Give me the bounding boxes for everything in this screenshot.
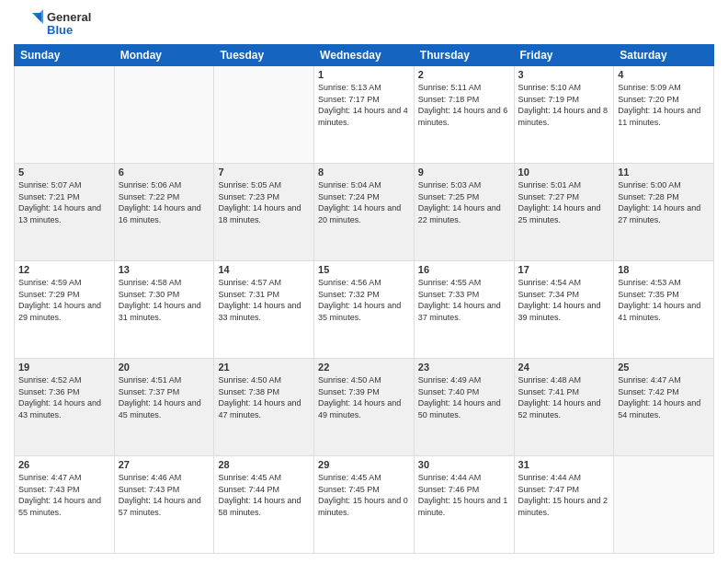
day-number: 19 [18,362,110,373]
day-header-monday: Monday [114,45,214,66]
day-number: 18 [618,264,710,275]
day-info: Sunrise: 5:01 AMSunset: 7:27 PMDaylight:… [518,179,610,225]
logo-general-text: General [47,11,91,24]
day-info: Sunrise: 4:45 AMSunset: 7:44 PMDaylight:… [218,472,310,518]
day-number: 12 [18,264,110,275]
logo-graphic [14,9,43,39]
day-cell: 14Sunrise: 4:57 AMSunset: 7:31 PMDayligh… [214,261,314,359]
day-number: 4 [618,69,710,80]
day-cell: 28Sunrise: 4:45 AMSunset: 7:44 PMDayligh… [214,456,314,554]
day-cell: 26Sunrise: 4:47 AMSunset: 7:43 PMDayligh… [15,456,115,554]
week-row-2: 5Sunrise: 5:07 AMSunset: 7:21 PMDaylight… [15,164,714,261]
day-header-friday: Friday [514,45,614,66]
day-cell [214,66,314,164]
day-info: Sunrise: 4:57 AMSunset: 7:31 PMDaylight:… [218,277,310,323]
week-row-3: 12Sunrise: 4:59 AMSunset: 7:29 PMDayligh… [15,261,714,359]
day-cell: 18Sunrise: 4:53 AMSunset: 7:35 PMDayligh… [614,261,714,359]
day-number: 23 [418,362,510,373]
day-info: Sunrise: 4:56 AMSunset: 7:32 PMDaylight:… [318,277,410,323]
day-number: 27 [119,459,210,470]
day-number: 20 [119,362,210,373]
day-number: 9 [418,167,510,178]
day-info: Sunrise: 4:55 AMSunset: 7:33 PMDaylight:… [418,277,510,323]
day-cell: 15Sunrise: 4:56 AMSunset: 7:32 PMDayligh… [314,261,415,359]
day-cell: 19Sunrise: 4:52 AMSunset: 7:36 PMDayligh… [15,359,115,456]
day-info: Sunrise: 5:09 AMSunset: 7:20 PMDaylight:… [618,82,710,128]
day-info: Sunrise: 4:44 AMSunset: 7:46 PMDaylight:… [418,472,510,518]
day-info: Sunrise: 4:44 AMSunset: 7:47 PMDaylight:… [518,472,610,518]
day-cell: 16Sunrise: 4:55 AMSunset: 7:33 PMDayligh… [414,261,514,359]
day-cell: 3Sunrise: 5:10 AMSunset: 7:19 PMDaylight… [514,66,614,164]
week-row-4: 19Sunrise: 4:52 AMSunset: 7:36 PMDayligh… [15,359,714,456]
calendar-table: SundayMondayTuesdayWednesdayThursdayFrid… [14,44,714,554]
day-cell: 31Sunrise: 4:44 AMSunset: 7:47 PMDayligh… [514,456,614,554]
day-cell: 29Sunrise: 4:45 AMSunset: 7:45 PMDayligh… [314,456,415,554]
day-number: 11 [618,167,710,178]
week-row-5: 26Sunrise: 4:47 AMSunset: 7:43 PMDayligh… [15,456,714,554]
day-header-wednesday: Wednesday [314,45,415,66]
day-cell: 20Sunrise: 4:51 AMSunset: 7:37 PMDayligh… [114,359,214,456]
day-info: Sunrise: 5:10 AMSunset: 7:19 PMDaylight:… [518,82,610,128]
day-number: 5 [18,167,110,178]
day-cell: 23Sunrise: 4:49 AMSunset: 7:40 PMDayligh… [414,359,514,456]
day-number: 7 [218,167,310,178]
day-number: 31 [518,459,610,470]
day-cell: 10Sunrise: 5:01 AMSunset: 7:27 PMDayligh… [514,164,614,261]
day-number: 22 [318,362,410,373]
day-cell: 2Sunrise: 5:11 AMSunset: 7:18 PMDaylight… [414,66,514,164]
day-cell: 17Sunrise: 4:54 AMSunset: 7:34 PMDayligh… [514,261,614,359]
day-number: 2 [418,69,510,80]
day-number: 16 [418,264,510,275]
day-cell: 8Sunrise: 5:04 AMSunset: 7:24 PMDaylight… [314,164,415,261]
day-info: Sunrise: 4:46 AMSunset: 7:43 PMDaylight:… [119,472,210,518]
week-row-1: 1Sunrise: 5:13 AMSunset: 7:17 PMDaylight… [15,66,714,164]
day-cell: 22Sunrise: 4:50 AMSunset: 7:39 PMDayligh… [314,359,415,456]
day-cell [15,66,115,164]
day-cell: 4Sunrise: 5:09 AMSunset: 7:20 PMDaylight… [614,66,714,164]
day-info: Sunrise: 4:50 AMSunset: 7:38 PMDaylight:… [218,374,310,420]
day-number: 29 [318,459,410,470]
day-info: Sunrise: 4:49 AMSunset: 7:40 PMDaylight:… [418,374,510,420]
day-info: Sunrise: 4:53 AMSunset: 7:35 PMDaylight:… [618,277,710,323]
page: General Blue SundayMondayTuesdayWednesda… [0,0,728,563]
day-cell: 27Sunrise: 4:46 AMSunset: 7:43 PMDayligh… [114,456,214,554]
day-cell [614,456,714,554]
day-header-sunday: Sunday [15,45,115,66]
logo-blue-text: Blue [47,24,91,37]
day-number: 17 [518,264,610,275]
day-cell: 30Sunrise: 4:44 AMSunset: 7:46 PMDayligh… [414,456,514,554]
day-cell: 13Sunrise: 4:58 AMSunset: 7:30 PMDayligh… [114,261,214,359]
day-info: Sunrise: 5:07 AMSunset: 7:21 PMDaylight:… [18,179,110,225]
day-info: Sunrise: 4:51 AMSunset: 7:37 PMDaylight:… [119,374,210,420]
day-info: Sunrise: 5:13 AMSunset: 7:17 PMDaylight:… [318,82,410,128]
day-number: 24 [518,362,610,373]
day-cell: 5Sunrise: 5:07 AMSunset: 7:21 PMDaylight… [15,164,115,261]
day-cell: 7Sunrise: 5:05 AMSunset: 7:23 PMDaylight… [214,164,314,261]
day-info: Sunrise: 4:47 AMSunset: 7:43 PMDaylight:… [18,472,110,518]
header: General Blue [14,9,714,39]
day-info: Sunrise: 4:52 AMSunset: 7:36 PMDaylight:… [18,374,110,420]
day-cell [114,66,214,164]
day-info: Sunrise: 4:45 AMSunset: 7:45 PMDaylight:… [318,472,410,518]
day-number: 1 [318,69,410,80]
day-number: 15 [318,264,410,275]
day-info: Sunrise: 4:50 AMSunset: 7:39 PMDaylight:… [318,374,410,420]
day-number: 21 [218,362,310,373]
day-cell: 12Sunrise: 4:59 AMSunset: 7:29 PMDayligh… [15,261,115,359]
day-header-tuesday: Tuesday [214,45,314,66]
day-number: 28 [218,459,310,470]
day-cell: 11Sunrise: 5:00 AMSunset: 7:28 PMDayligh… [614,164,714,261]
day-info: Sunrise: 5:04 AMSunset: 7:24 PMDaylight:… [318,179,410,225]
day-info: Sunrise: 4:48 AMSunset: 7:41 PMDaylight:… [518,374,610,420]
day-number: 13 [119,264,210,275]
day-info: Sunrise: 4:59 AMSunset: 7:29 PMDaylight:… [18,277,110,323]
day-number: 10 [518,167,610,178]
day-number: 6 [119,167,210,178]
day-info: Sunrise: 4:47 AMSunset: 7:42 PMDaylight:… [618,374,710,420]
logo-text: General Blue [47,11,91,38]
day-number: 26 [18,459,110,470]
header-row: SundayMondayTuesdayWednesdayThursdayFrid… [15,45,714,66]
day-info: Sunrise: 5:00 AMSunset: 7:28 PMDaylight:… [618,179,710,225]
day-number: 25 [618,362,710,373]
day-cell: 21Sunrise: 4:50 AMSunset: 7:38 PMDayligh… [214,359,314,456]
